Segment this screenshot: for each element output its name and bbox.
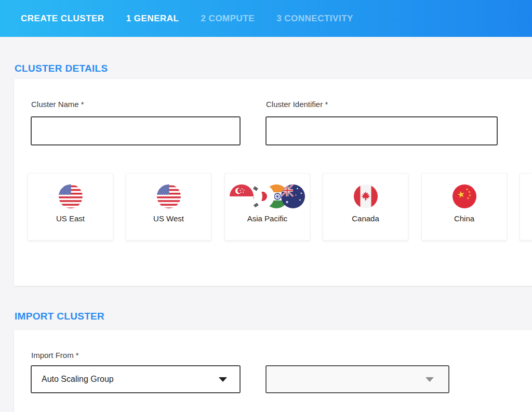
- wizard-header: CREATE CLUSTER 1 GENERAL 2 COMPUTE 3 CON…: [0, 0, 532, 37]
- region-card-china[interactable]: China: [421, 173, 507, 241]
- import-from-select[interactable]: Auto Scaling Group: [31, 365, 241, 393]
- import-from-selected-value: Auto Scaling Group: [32, 375, 114, 384]
- cluster-name-label: Cluster Name *: [31, 100, 84, 109]
- tab-general[interactable]: 1 GENERAL: [126, 14, 179, 24]
- region-label: Asia Pacific: [247, 214, 288, 223]
- cluster-details-card: Cluster Name * Cluster Identifier * US E…: [14, 79, 532, 286]
- chevron-down-icon: [219, 377, 227, 382]
- region-card-canada[interactable]: Canada: [323, 173, 408, 241]
- import-cluster-card: Import From * Auto Scaling Group: [14, 330, 532, 412]
- region-card-partial[interactable]: [520, 173, 532, 241]
- wizard-title: CREATE CLUSTER: [21, 14, 104, 24]
- import-source-secondary-select[interactable]: [265, 365, 449, 393]
- us-flag-icon: [59, 184, 83, 208]
- cluster-name-input[interactable]: [31, 116, 241, 145]
- region-card-asia-pacific[interactable]: Asia Pacific: [224, 173, 310, 241]
- region-label: US West: [153, 214, 184, 223]
- region-label: US East: [56, 214, 85, 223]
- chevron-down-icon: [425, 377, 434, 382]
- import-from-label: Import From *: [31, 351, 79, 360]
- region-card-us-west[interactable]: US West: [126, 173, 211, 241]
- import-cluster-heading: IMPORT CLUSTER: [15, 311, 104, 322]
- region-card-us-east[interactable]: US East: [28, 173, 113, 241]
- region-label: Canada: [352, 214, 379, 223]
- cluster-details-heading: CLUSTER DETAILS: [15, 63, 108, 74]
- asia-pacific-flags-icon: [230, 184, 305, 208]
- us-flag-icon: [157, 184, 181, 208]
- cluster-identifier-input[interactable]: [265, 116, 498, 145]
- region-label: China: [454, 214, 474, 223]
- canada-flag-icon: [354, 184, 378, 208]
- china-flag-icon: [453, 184, 476, 208]
- cluster-identifier-label: Cluster Identifier *: [266, 100, 328, 109]
- tab-connectivity[interactable]: 3 CONNECTIVITY: [276, 14, 353, 24]
- tab-compute[interactable]: 2 COMPUTE: [201, 14, 255, 24]
